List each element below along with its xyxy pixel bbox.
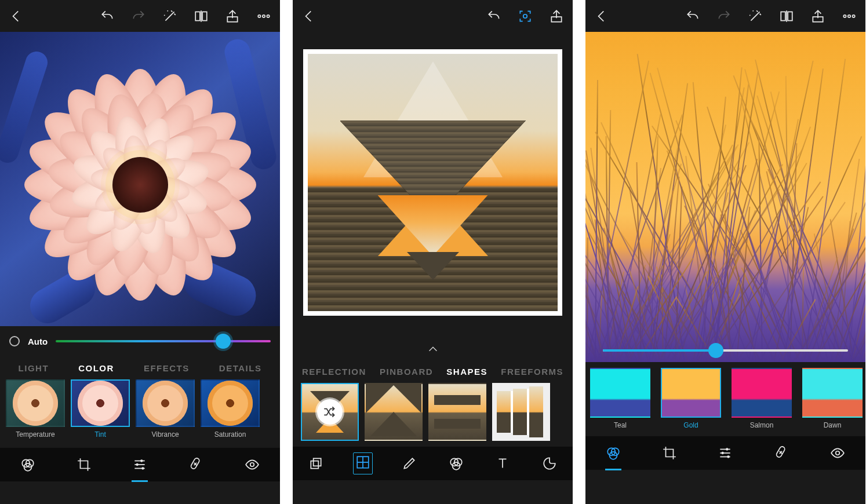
tab-pinboard[interactable]: PINBOARD [380, 367, 433, 377]
image-canvas[interactable] [585, 32, 865, 362]
svg-rect-23 [314, 458, 321, 466]
tint-slider-thumb[interactable] [216, 334, 231, 349]
grass-photo [585, 32, 865, 362]
redeye-icon[interactable] [826, 441, 849, 465]
thumb-temperature[interactable]: Temperature [6, 379, 65, 439]
redo-icon[interactable] [130, 8, 147, 24]
adjust-icon[interactable] [714, 441, 737, 465]
preset-dawn[interactable]: Dawn [802, 368, 863, 429]
bottom-toolbar [293, 447, 573, 480]
heal-icon[interactable] [184, 453, 208, 476]
collage-tabs: REFLECTIONPINBOARDSHAPESFREEFORMS [293, 360, 573, 383]
image-canvas[interactable] [0, 32, 280, 326]
svg-point-36 [843, 14, 846, 17]
shape-thumb-0[interactable] [301, 383, 359, 441]
tint-slider-track[interactable] [56, 340, 271, 342]
intensity-slider-thumb[interactable] [708, 343, 723, 358]
thumb-label: Temperature [16, 430, 54, 439]
screen-color-presets: TealGoldSalmonDawn [585, 0, 865, 504]
tab-shapes[interactable]: SHAPES [446, 367, 487, 377]
svg-point-45 [726, 448, 729, 450]
filters-icon[interactable] [16, 453, 39, 476]
tab-reflection[interactable]: REFLECTION [302, 367, 366, 377]
collage-image [308, 54, 558, 311]
svg-rect-0 [195, 12, 200, 20]
redeye-icon[interactable] [241, 453, 264, 476]
svg-point-13 [141, 459, 143, 462]
share-icon[interactable] [810, 8, 826, 24]
svg-rect-32 [781, 12, 785, 20]
magic-wand-icon[interactable] [747, 8, 763, 24]
focus-frame-icon[interactable] [517, 8, 533, 24]
back-icon[interactable] [301, 8, 317, 24]
auto-toggle[interactable] [9, 336, 20, 346]
expand-panel[interactable] [293, 339, 573, 360]
undo-icon[interactable] [99, 8, 115, 24]
auto-label: Auto [28, 337, 48, 346]
back-icon[interactable] [8, 8, 24, 24]
thumb-label: Tint [94, 430, 106, 439]
flower-photo [0, 32, 280, 326]
crop-icon[interactable] [72, 453, 96, 476]
svg-point-46 [722, 452, 724, 454]
svg-point-15 [142, 467, 144, 469]
bottom-toolbar [0, 448, 280, 481]
adjust-slider-row: Auto [0, 326, 280, 356]
thumb-label: Vibrance [151, 430, 179, 439]
compare-icon[interactable] [778, 8, 795, 24]
tab-freeforms[interactable]: FREEFORMS [501, 367, 563, 377]
back-icon[interactable] [594, 8, 610, 24]
more-icon[interactable] [256, 8, 272, 24]
shape-thumb-3[interactable] [492, 383, 550, 441]
screen-shapes-collage: REFLECTIONPINBOARDSHAPESFREEFORMS [293, 0, 573, 504]
collage-canvas[interactable] [293, 32, 573, 339]
shape-thumb-2[interactable] [428, 383, 486, 441]
svg-point-37 [848, 14, 850, 17]
tab-color[interactable]: COLOR [78, 363, 114, 373]
undo-icon[interactable] [486, 8, 502, 24]
tab-effects[interactable]: EFFECTS [144, 363, 190, 373]
thumb-label: Saturation [214, 430, 246, 439]
adjust-tabs: LIGHTCOLOREFFECTSDETAILS [0, 356, 280, 379]
draw-icon[interactable] [398, 452, 421, 475]
share-icon[interactable] [224, 8, 241, 24]
heal-icon[interactable] [770, 441, 793, 465]
screen-color-adjust: Auto LIGHTCOLOREFFECTSDETAILS Temperatur… [0, 0, 280, 504]
magic-wand-icon[interactable] [162, 8, 178, 24]
svg-point-20 [523, 14, 527, 18]
layout-grid-icon[interactable] [351, 452, 374, 475]
preset-gold[interactable]: Gold [661, 368, 721, 429]
svg-point-5 [263, 14, 265, 17]
sticker-icon[interactable] [538, 452, 561, 475]
svg-point-14 [136, 463, 139, 466]
shuffle-icon[interactable] [317, 399, 343, 425]
text-icon[interactable] [491, 452, 514, 475]
shape-thumb-1[interactable] [365, 383, 423, 441]
crop-icon[interactable] [658, 441, 681, 465]
preset-label: Teal [614, 421, 627, 429]
compare-icon[interactable] [193, 8, 209, 24]
filters-icon[interactable] [602, 441, 625, 465]
layers-icon[interactable] [304, 452, 328, 475]
preset-salmon[interactable]: Salmon [732, 368, 792, 429]
redo-icon[interactable] [716, 8, 732, 24]
adjust-icon[interactable] [128, 453, 151, 476]
thumb-vibrance[interactable]: Vibrance [136, 379, 195, 439]
top-toolbar [585, 0, 865, 32]
intensity-slider-track[interactable] [603, 349, 848, 352]
top-toolbar [0, 0, 280, 32]
collage-frame [303, 49, 562, 316]
undo-icon[interactable] [685, 8, 701, 24]
preset-label: Dawn [824, 421, 842, 429]
tab-details[interactable]: DETAILS [219, 363, 262, 373]
shape-thumbnails [293, 383, 573, 447]
tab-light[interactable]: LIGHT [19, 363, 49, 373]
thumb-tint[interactable]: Tint [71, 379, 130, 439]
adjust-thumbnails: TemperatureTintVibranceSaturation [0, 379, 280, 448]
thumb-saturation[interactable]: Saturation [201, 379, 260, 439]
share-icon[interactable] [548, 8, 565, 24]
more-icon[interactable] [841, 8, 857, 24]
preset-teal[interactable]: Teal [590, 368, 650, 429]
filters-icon[interactable] [445, 452, 468, 475]
preset-label: Gold [683, 421, 698, 429]
